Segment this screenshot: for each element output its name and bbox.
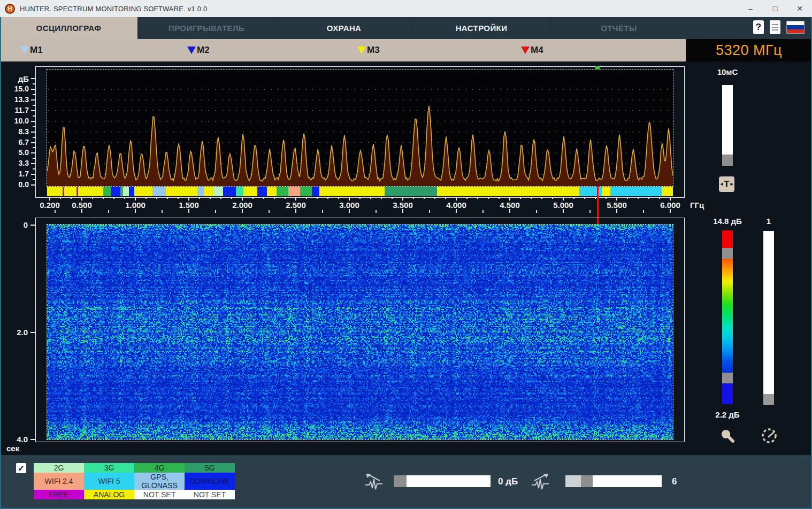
time-scale-button[interactable]: ◄T►: [719, 176, 734, 192]
band-segment: [78, 187, 103, 196]
legend-cell: NOT SET: [185, 490, 235, 499]
freq-axis-label: 2.500: [279, 200, 313, 210]
freq-tick-top: [488, 197, 489, 199]
freq-tick-top: [188, 197, 189, 200]
gauge-icon[interactable]: [760, 427, 778, 445]
scale-min-label: 2.2 дБ: [706, 410, 749, 419]
maximize-button[interactable]: □: [763, 0, 787, 17]
freq-tick-bottom: [322, 210, 323, 213]
colorbar-upper-handle[interactable]: [722, 248, 733, 259]
freq-tick-top: [638, 197, 639, 199]
colorbar-top-block: [722, 230, 733, 248]
y-axis-tick: [31, 184, 35, 186]
tab-oscillograph[interactable]: ОСЦИЛЛОГРАФ: [0, 17, 137, 39]
freq-axis-label: 0.500: [65, 200, 99, 210]
sweep-slider-track[interactable]: [722, 85, 733, 166]
spectrum-plot[interactable]: [47, 70, 673, 186]
tab-player[interactable]: ПРОИГРЫВАТЕЛЬ: [137, 17, 275, 39]
help-icon[interactable]: ?: [753, 20, 764, 34]
attenuation-slider-track[interactable]: [394, 475, 491, 487]
close-button[interactable]: ✕: [787, 0, 812, 17]
gain-slider-track[interactable]: [763, 231, 774, 394]
y-axis-minor-tick: [33, 168, 35, 169]
waterfall-plot[interactable]: [47, 225, 673, 439]
freq-axis-label: 3.500: [386, 200, 420, 210]
marker-m3[interactable]: M3: [357, 45, 380, 56]
band-segment: [662, 187, 673, 196]
freq-tick-bottom: [55, 210, 56, 213]
legend-cell: 2G: [34, 463, 84, 473]
minimize-button[interactable]: –: [738, 0, 763, 17]
language-flag-icon[interactable]: [786, 21, 805, 34]
marker-m1[interactable]: M1: [20, 45, 43, 56]
spectrum-trace-fill: [47, 106, 673, 186]
freq-tick-top: [338, 197, 339, 199]
colorbar-lower-handle[interactable]: [722, 373, 733, 383]
time-axis-label: 4.0: [0, 435, 28, 444]
time-axis-tick: [30, 332, 35, 333]
legend-cell: WIFI 2.4: [34, 473, 84, 490]
attenuation-slider-handle[interactable]: [394, 475, 407, 487]
band-segment: [319, 187, 385, 196]
freq-tick-top: [295, 197, 296, 200]
spectrum-trace-svg: [47, 70, 673, 186]
sweep-slider-handle[interactable]: [722, 155, 733, 166]
freq-tick-top: [317, 197, 318, 199]
y-axis-minor-tick: [33, 179, 35, 180]
app-logo-icon: H: [5, 4, 15, 14]
freq-tick-top: [231, 197, 232, 199]
zoom-icon[interactable]: [719, 428, 735, 444]
legend-visibility-checkbox[interactable]: ✓: [16, 463, 26, 473]
freq-tick-top: [92, 197, 93, 199]
y-axis-label: 15.0: [0, 84, 29, 93]
tab-security[interactable]: ОХРАНА: [275, 17, 412, 39]
gain-icon: [530, 473, 550, 491]
time-axis-tick: [30, 225, 35, 226]
freq-tick-top: [274, 197, 275, 199]
band-segment: [134, 187, 152, 196]
band-segment: [123, 187, 129, 196]
freq-tick-top: [392, 197, 393, 199]
freq-tick-top: [252, 197, 254, 199]
y-axis-label: 6.7: [0, 138, 29, 146]
freq-tick-top: [606, 197, 607, 199]
band-segment: [223, 187, 236, 196]
legend-row: 2G3G4G5G: [34, 463, 235, 473]
tab-reports[interactable]: ОТЧЁТЫ: [550, 17, 687, 39]
legend-cell: 5G: [185, 463, 235, 473]
report-icon[interactable]: [770, 20, 780, 34]
marker-m2[interactable]: M2: [187, 45, 210, 56]
freq-tick-bottom: [563, 209, 564, 213]
report-icon-line: [772, 24, 778, 25]
band-segment: [267, 187, 277, 196]
freq-tick-bottom: [81, 209, 82, 213]
freq-tick-top: [220, 197, 221, 199]
legend-cell: 4G: [134, 463, 185, 473]
app-window: H HUNTER. SPECTRUM MONITORING SOFTWARE. …: [0, 0, 812, 509]
freq-tick-top: [573, 197, 574, 199]
band-segment: [312, 187, 319, 196]
freq-tick-top: [520, 197, 521, 199]
band-segment: [197, 187, 204, 196]
freq-tick-top: [113, 197, 114, 199]
tab-settings[interactable]: НАСТРОЙКИ: [412, 17, 550, 39]
gain-slider-handle-bottom[interactable]: [581, 475, 593, 487]
marker-triangle-icon: [187, 47, 196, 54]
band-segment: [213, 187, 223, 196]
y-axis-tick: [31, 152, 35, 153]
freq-axis-label: 1.000: [118, 200, 152, 210]
marker-m4[interactable]: M4: [521, 45, 543, 56]
freq-axis-label: 6.000: [653, 200, 687, 210]
freq-tick-bottom: [643, 210, 644, 213]
y-axis-tick: [31, 78, 35, 79]
marker-triangle-icon: [357, 47, 366, 54]
y-axis-tick: [31, 132, 35, 133]
arrow-right-icon: ►: [730, 182, 734, 187]
freq-tick-top: [210, 197, 211, 199]
y-axis-label: 13.3: [0, 95, 29, 104]
band-segment: [111, 187, 120, 196]
freq-axis-label: 2.000: [225, 200, 259, 210]
band-segment: [385, 187, 437, 196]
band-segment: [277, 187, 288, 196]
gain-slider-handle[interactable]: [763, 394, 774, 405]
